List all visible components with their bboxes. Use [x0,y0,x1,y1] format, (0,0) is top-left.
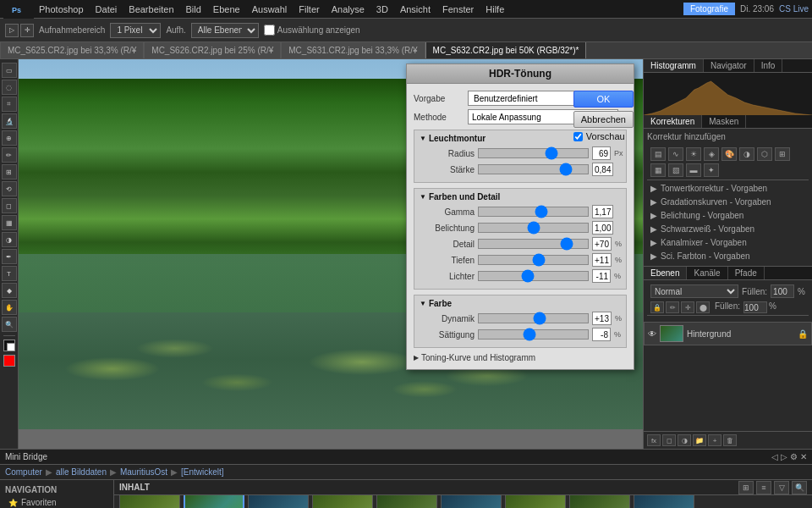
layer-mask-btn[interactable]: ◻ [662,434,676,446]
thumb-0[interactable]: _MC_S631.CR2.jpg [119,495,180,508]
menu-fenster[interactable]: Fenster [437,3,479,16]
correction-item-5[interactable]: ▶ Sci. Farbton - Vorgaben [647,250,809,262]
tool-move[interactable]: ✛ [20,24,34,37]
tab-kanaele[interactable]: Kanäle [687,267,727,279]
bc-computer[interactable]: Computer [5,467,42,477]
icon-photofilter[interactable]: ⬡ [757,147,772,161]
tool-pen[interactable]: ✒ [2,249,17,264]
alle-ebenen-select[interactable]: Alle Ebenen [191,23,259,38]
tool-lasso[interactable]: ◌ [2,80,17,95]
layer-eye-icon[interactable]: 👁 [648,329,656,339]
tool-eyedrop[interactable]: 🔬 [2,113,17,129]
layer-styles-btn[interactable]: fx [647,434,661,446]
bc-alle-bilddaten[interactable]: alle Bilddaten [56,467,107,477]
doc-tab-1[interactable]: MC_S626.CR2.jpg bei 25% (R/¥ [144,42,281,58]
tab-navigator[interactable]: Navigator [704,59,754,72]
lichter-slider[interactable] [478,271,589,281]
menu-bild[interactable]: Bild [181,3,206,16]
icon-exposure[interactable]: ☀ [686,147,701,161]
thumb-4[interactable]: _MC_S635.CR2.jpg [376,495,437,508]
ok-button[interactable]: OK [573,91,634,108]
tab-pfade[interactable]: Pfade [728,267,765,279]
menu-ansicht[interactable]: Ansicht [395,3,436,16]
vorgabe-select[interactable]: Benutzerdefiniert [468,91,590,106]
tool-hand[interactable]: ✋ [2,300,17,315]
mb-icon-2[interactable]: ▷ [781,452,787,461]
tool-crop[interactable]: ⌗ [2,97,17,112]
tab-ebenen[interactable]: Ebenen [644,267,687,279]
gamma-slider[interactable] [478,207,589,217]
tool-select[interactable]: ▷ [5,24,19,37]
thumb-2[interactable]: _MC_S633.CR2.jpg [248,495,309,508]
thumb-8[interactable]: _MC_S640.CR2.jpg [634,495,694,508]
aufnahme-select[interactable]: 1 Pixel [110,23,161,38]
toning-link[interactable]: ▶ Toning-Kurve und Histogramm [414,353,627,362]
belichtung-slider[interactable] [478,223,589,233]
menu-ebene[interactable]: Ebene [208,3,245,16]
auswahl-zeigen-checkbox[interactable] [264,25,275,36]
layer-adjustment-btn[interactable]: ◑ [678,434,691,446]
icon-curves[interactable]: ∿ [668,147,683,161]
menu-auswahl[interactable]: Auswahl [247,3,293,16]
tiefen-slider[interactable] [478,255,589,265]
tool-shape[interactable]: ◆ [2,283,17,298]
correction-item-0[interactable]: ▶ Tonwertkorrektur - Vorgaben [647,182,809,195]
opacity-input[interactable] [771,284,794,298]
layer-hintergrund[interactable]: 👁 Hintergrund 🔒 [644,322,812,345]
layers-mode-select[interactable]: Normal [650,284,738,298]
icon-hsl[interactable]: 🎨 [721,147,737,161]
staerke-slider[interactable] [478,164,589,174]
menu-analyse[interactable]: Analyse [326,3,370,16]
icon-levels[interactable]: ▤ [650,147,666,161]
menu-3d[interactable]: 3D [371,3,393,16]
saettigung-slider[interactable] [478,329,589,340]
layer-new-btn[interactable]: + [708,434,721,446]
dynamik-slider[interactable] [478,313,589,323]
layer-lock-all[interactable]: 🔒 [650,301,664,313]
bc-mauritius[interactable]: MauritiusOst [120,467,167,477]
layer-group-btn[interactable]: 📁 [693,434,706,446]
tab-masken[interactable]: Masken [702,115,746,128]
content-search-btn[interactable]: 🔍 [792,481,807,494]
tab-histogramm[interactable]: Histogramm [644,59,704,72]
correction-item-3[interactable]: ▶ Schwarzweiß - Vorgaben [647,223,809,235]
content-view-btn[interactable]: ⊞ [738,481,754,494]
correction-item-1[interactable]: ▶ Gradationskurven - Vorgaben [647,196,809,208]
menu-filter[interactable]: Filter [294,3,324,16]
tool-brush[interactable]: ✏ [2,147,17,163]
layer-lock-pixel[interactable]: ✏ [666,301,679,313]
nav-favoriten[interactable]: ⭐ Favoriten [0,496,113,508]
icon-selective[interactable]: ✦ [704,163,719,177]
tab-korrekturen[interactable]: Korrekturen [644,115,702,128]
fill-input[interactable] [743,301,767,313]
icon-bw[interactable]: ◑ [739,147,754,161]
menu-datei[interactable]: Datei [91,3,123,16]
menu-hilfe[interactable]: Hilfe [480,3,509,16]
icon-vibrance[interactable]: ◈ [704,147,719,161]
content-filter-btn[interactable]: ▽ [774,481,789,494]
doc-tab-2[interactable]: MC_S631.CR2.jpg bei 33,3% (R/¥ [281,42,425,58]
menu-bearbeiten[interactable]: Bearbeiten [123,3,178,16]
icon-threshold[interactable]: ▧ [668,163,683,177]
tool-dodge[interactable]: ◑ [2,232,17,247]
thumb-1[interactable]: _MC_S632.CR2.jpg [184,495,244,508]
fg-color[interactable] [3,340,15,351]
thumb-3[interactable]: _MC_S634.CR2.jpg [312,495,373,508]
mb-icon-1[interactable]: ◁ [771,452,778,461]
thumb-6[interactable]: _MC_S638.CR2.jpg [505,495,566,508]
thumb-7[interactable]: _MC_S639.CR2.jpg [569,495,630,508]
layer-lock-pos[interactable]: ⬤ [696,301,710,313]
tool-marquee[interactable]: ▭ [2,63,17,78]
tool-zoom[interactable]: 🔍 [2,317,17,332]
vorschau-checkbox[interactable] [573,132,583,141]
tool-history[interactable]: ⟲ [2,181,17,196]
menu-photoshop[interactable]: Photoshop [34,3,89,16]
layer-lock-move[interactable]: ✛ [681,301,694,313]
abbrechen-button[interactable]: Abbrechen [573,111,634,128]
icon-gradientmap[interactable]: ▬ [686,163,701,177]
icon-posterize[interactable]: ▦ [650,163,666,177]
correction-item-4[interactable]: ▶ Kanalmixer - Vorgaben [647,236,809,249]
detail-slider[interactable] [478,239,589,249]
tool-gradient[interactable]: ▦ [2,215,17,230]
layer-delete-btn[interactable]: 🗑 [723,434,737,446]
